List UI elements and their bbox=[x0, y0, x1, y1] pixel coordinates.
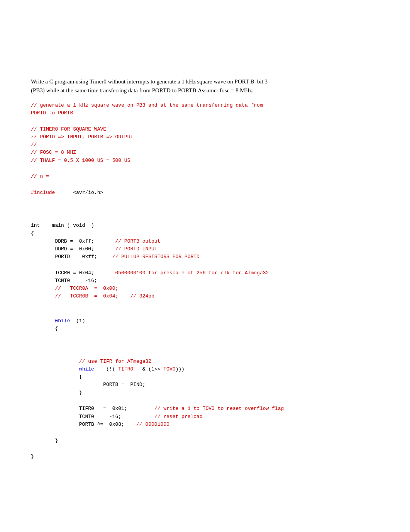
tccr0b-line: // TCCR0B = 0x04; // 324pb bbox=[31, 292, 379, 300]
close-brace-while2: } bbox=[31, 389, 379, 397]
description-line1: Write a C program using Timer0 without i… bbox=[31, 78, 268, 85]
portb-xor-line: PORTB ^= 0x08; // 00001000 bbox=[31, 421, 379, 428]
comment-n: // n = bbox=[31, 173, 379, 180]
ddrd-line: DDRD = 0x00; // PORTD INPUT bbox=[31, 245, 379, 253]
open-brace-while2: { bbox=[31, 373, 379, 381]
description: Write a C program using Timer0 without i… bbox=[31, 77, 379, 95]
comment-timer: // TIMER0 FOR SQUARE WAVE // PORTD => IN… bbox=[31, 126, 379, 165]
comment-generate: // generate a 1 kHz square wave on PB3 a… bbox=[31, 102, 379, 117]
main-signature: int main ( void ) bbox=[31, 222, 379, 229]
comment-tifr: // use TIFR for ATmega32 bbox=[31, 358, 379, 365]
while1-line: while (1) bbox=[31, 317, 379, 325]
tcnt0-reset-line: TCNT0 = -16; // reset preload bbox=[31, 413, 379, 421]
open-brace-while1: { bbox=[31, 325, 379, 333]
ddrb-line: DDRB = 0xff; // PORTB output bbox=[31, 238, 379, 245]
portd-line: PORTD = 0xff; // PULLUP RESISTORS FOR PO… bbox=[31, 253, 379, 261]
tifr0-reset-line: TIFR0 = 0x01; // write a 1 to TOV0 to re… bbox=[31, 405, 379, 413]
while2-line: while (!( TIFR0 & (1<< TOV0))) bbox=[31, 365, 379, 373]
include-line: #include <avr/io.h> bbox=[31, 189, 379, 197]
page-container: Write a C program using Timer0 without i… bbox=[31, 77, 379, 461]
description-line2: (PB3) while at the same time transferrin… bbox=[31, 87, 253, 93]
code-block: // generate a 1 kHz square wave on PB3 a… bbox=[31, 102, 379, 461]
tcnt0-line: TCNT0 = -16; bbox=[31, 277, 379, 285]
portb-pind-line: PORTB = PIND; bbox=[31, 381, 379, 389]
tccr0-line: TCCR0 = 0x04; 0b00000100 for prescale of… bbox=[31, 269, 379, 277]
open-brace-main: { bbox=[31, 230, 379, 238]
close-brace-while1: } bbox=[31, 437, 379, 445]
close-brace-main: } bbox=[31, 453, 379, 461]
tccr0a-line: // TCCR0A = 0x00; bbox=[31, 285, 379, 292]
